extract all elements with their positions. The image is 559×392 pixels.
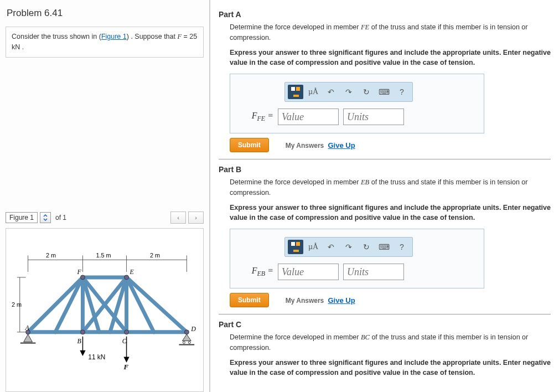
value-input[interactable]: [278, 109, 339, 125]
figure-diagram: 2 m 1.5 m 2 m 2 m: [6, 228, 204, 393]
value-input[interactable]: [278, 264, 339, 280]
svg-point-32: [80, 275, 85, 279]
svg-line-22: [55, 277, 82, 332]
redo-icon[interactable]: ↷: [341, 240, 356, 254]
answer-toolbar: µÅ ↶ ↷ ↻ ⌨ ?: [284, 82, 413, 102]
keyboard-icon[interactable]: ⌨: [376, 240, 392, 254]
svg-text:2 m: 2 m: [12, 301, 22, 308]
svg-point-35: [183, 341, 185, 343]
svg-line-17: [28, 277, 83, 332]
part-a-answer-box: µÅ ↶ ↷ ↻ ⌨ ? FFE =: [230, 74, 484, 133]
svg-text:D: D: [190, 324, 196, 332]
svg-line-25: [127, 277, 154, 332]
figure-stepper[interactable]: [40, 212, 51, 223]
figure-count: of 1: [53, 214, 69, 221]
problem-title: Problem 6.41: [6, 6, 204, 21]
redo-icon[interactable]: ↷: [341, 85, 356, 99]
part-c-heading: Part C: [219, 320, 551, 329]
variable-label: FFE =: [240, 111, 273, 123]
part-a-heading: Part A: [219, 10, 551, 19]
help-icon[interactable]: ?: [394, 85, 410, 99]
figure-prev-button[interactable]: ‹: [170, 212, 186, 224]
keyboard-icon[interactable]: ⌨: [376, 85, 392, 99]
left-panel: Problem 6.41 Consider the truss shown in…: [0, 0, 210, 392]
right-panel: Part A Determine the force developed in …: [210, 0, 559, 392]
units-icon[interactable]: µÅ: [306, 240, 321, 254]
svg-line-19: [127, 277, 187, 332]
svg-text:1.5 m: 1.5 m: [96, 252, 111, 259]
my-answers-label: My Answers: [286, 142, 324, 149]
variable-label: FEB =: [240, 266, 273, 278]
submit-button[interactable]: Submit: [230, 138, 269, 152]
svg-point-36: [188, 341, 190, 343]
units-icon[interactable]: µÅ: [306, 85, 321, 99]
problem-description: Consider the truss shown in (Figure 1) .…: [6, 27, 204, 58]
my-answers-label: My Answers: [286, 297, 324, 305]
svg-text:B: B: [77, 337, 81, 344]
template-icon[interactable]: [288, 85, 303, 99]
undo-icon[interactable]: ↶: [323, 85, 339, 99]
part-a-text: Determine the force developed in member …: [230, 22, 551, 43]
reset-icon[interactable]: ↻: [359, 240, 374, 254]
figure-navigator: Figure 1 of 1 ‹ ›: [6, 212, 204, 224]
part-b-instructions: Express your answer to three significant…: [230, 203, 551, 224]
svg-point-30: [125, 329, 129, 334]
svg-text:F: F: [123, 363, 129, 371]
submit-button[interactable]: Submit: [230, 293, 269, 307]
svg-point-31: [184, 329, 189, 334]
template-icon[interactable]: [288, 240, 303, 254]
svg-text:E: E: [129, 267, 134, 275]
part-c-instructions: Express your answer to three significant…: [230, 358, 551, 379]
equation-row: FEB =: [240, 264, 474, 280]
part-a-instructions: Express your answer to three significant…: [230, 48, 551, 69]
reset-icon[interactable]: ↻: [359, 85, 374, 99]
part-b-answer-box: µÅ ↶ ↷ ↻ ⌨ ? FEB =: [230, 229, 484, 288]
svg-text:2 m: 2 m: [46, 252, 56, 259]
svg-point-29: [80, 329, 85, 334]
units-input[interactable]: [343, 264, 404, 280]
part-b-text: Determine the force developed in member …: [230, 177, 551, 198]
give-up-link[interactable]: Give Up: [328, 296, 355, 305]
help-icon[interactable]: ?: [394, 240, 410, 254]
undo-icon[interactable]: ↶: [323, 240, 339, 254]
submit-row: Submit My Answers Give Up: [230, 138, 551, 152]
part-b-heading: Part B: [219, 165, 551, 174]
svg-text:11 kN: 11 kN: [88, 353, 105, 361]
figure-next-button[interactable]: ›: [188, 212, 204, 224]
divider: [219, 159, 551, 159]
figure-link[interactable]: Figure 1: [101, 33, 127, 40]
answer-toolbar: µÅ ↶ ↷ ↻ ⌨ ?: [284, 237, 413, 257]
svg-text:F: F: [77, 267, 82, 275]
svg-point-33: [125, 275, 129, 279]
svg-text:A: A: [25, 323, 30, 331]
equation-row: FFE =: [240, 109, 474, 125]
part-c-text: Determine the force developed in member …: [230, 332, 551, 353]
divider: [219, 314, 551, 314]
submit-row: Submit My Answers Give Up: [230, 293, 551, 307]
give-up-link[interactable]: Give Up: [328, 141, 355, 149]
figure-label: Figure 1: [6, 212, 38, 223]
units-input[interactable]: [343, 109, 404, 125]
svg-text:2 m: 2 m: [150, 252, 160, 259]
